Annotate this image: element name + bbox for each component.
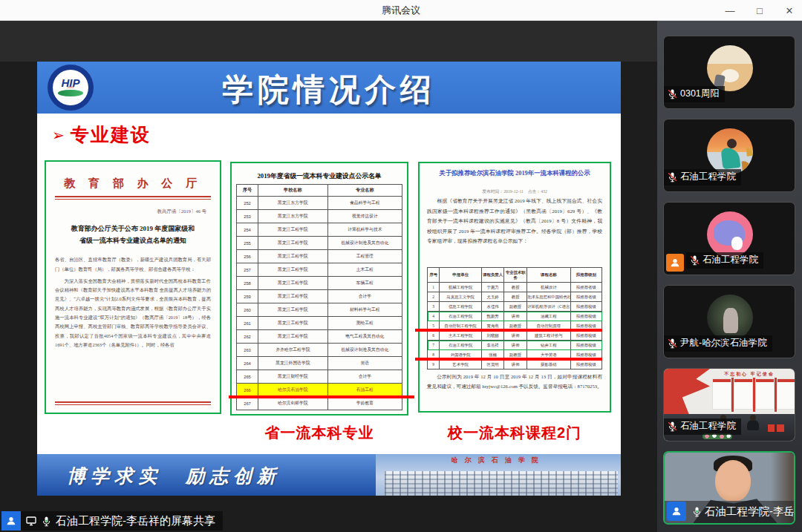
maximize-button[interactable]: □ [753,5,766,16]
red-underline-annotation [229,395,414,398]
presentation-slide: HIP 2003 学院情况介绍 ➢ 专业建设 教 育 部 办 公 厅 教高厅函〔… [37,62,621,496]
table-row: 253黑龙江东方学院视觉传达设计 [237,210,402,223]
participant-tile-active-speaker[interactable]: 石油工程学院-李岳祥 [663,451,795,525]
red-underline-annotation [415,358,602,361]
participant-name: 尹航-哈尔滨石油学院 [680,337,767,349]
seated-person [747,420,759,430]
screen-share-icon [25,515,37,527]
table-row: 267哈尔滨剑桥学院学前教育 [237,397,402,410]
document-title: 教育部办公厅关于公布 2019 年度国家级和 省级一流本科专业建设点名单的通知 [55,223,211,246]
caption-province-major: 省一流本科专业 [223,423,416,443]
room-wall-slogan: 不忘初心 牢记使命 [707,371,792,378]
table-row: 255黑龙江工程学院机械设计制造及其自动化 [237,237,402,250]
table-flags [768,424,784,432]
table-row: 265黑龙江财经学院会计学 [237,370,402,384]
close-button[interactable]: ✕ [783,5,796,16]
slide-title: 学院情况介绍 [37,69,621,111]
letterhead-rule-bottom [55,401,211,405]
participant-tile[interactable]: 尹航-哈尔滨石油学院 [663,285,795,358]
caption-school-courses: 校一流本科课程2门 [412,423,617,443]
stage-top-strip [0,21,657,62]
campus-photo: 哈尔滨石油学院 [376,454,621,496]
table-row: 263齐齐哈尔工程学院机械设计制造及其自动化 [237,344,402,357]
document-number: 教高厅函〔2019〕46 号 [55,208,211,215]
participant-tile[interactable]: 不忘初心 牢记使命 石油工程学院 [663,368,795,441]
column-header: 序号 [428,268,440,283]
table-row: 259黑龙江工程学院会计学 [237,290,402,303]
table-row: 266哈尔滨石油学院石油工程 [237,384,402,397]
participant-tile[interactable]: 石油工程学院 [663,202,795,275]
window-title: 腾讯会议 [0,4,802,17]
participant-name: 石油工程学院 [680,171,736,183]
school-motto: 博学求实 励志创新 [67,464,281,488]
column-header: 学校名称 [258,185,327,197]
avatar [707,45,753,91]
province-list-table: 序号学校名称专业名称252黑龙江东方学院食品科学与工程253黑龙江东方学院视觉传… [236,184,402,410]
table-row: 260黑龙江工程学院材料科学与工程 [237,303,402,317]
table-row: 258黑龙江工程学院车辆工程 [237,277,402,290]
table-row: 254黑龙江工程学院计算机科学与技术 [237,223,402,237]
announcement-body: 根据《省教育厅关于开展黑龙江省 2019 年线下、线上线下混合式、社会实践国家级… [427,196,602,267]
announcement-title: 关于拟推荐哈尔滨石油学院 2019年一流本科课程的公示 [427,169,602,188]
campus-building-sign: 哈尔滨石油学院 [376,456,621,465]
participant-tile[interactable]: 石油工程学院 [663,119,795,192]
table-row: 2马克思主义学院尤玉婷教授毛泽东思想和中国特色社会主义拟推荐省级 [428,292,602,302]
party-banner-graphic [664,369,710,415]
screen-share-banner[interactable]: 石油工程学院-李岳祥的屏幕共享 [1,511,223,531]
table-row: 264黑龙江外国语学院英语 [237,357,402,370]
column-header: 专业名称 [327,185,402,197]
mic-muted-icon [667,88,678,99]
mic-on-icon [41,516,52,527]
mic-muted-icon [667,338,678,349]
section-heading-label: 专业建设 [71,122,151,147]
section-heading: ➢ 专业建设 [52,122,151,147]
participant-name: 0301周阳 [680,88,720,100]
column-header: 拟推荐级别 [570,268,602,283]
letterhead: 教 育 部 办 公 厅 [55,177,211,191]
person-icon [669,257,681,269]
column-header: 课程名称 [526,268,570,283]
announcement-footer: 公示时间为 2019 年 12 月 10 日至 2019 年 12 月 13 日… [427,372,602,391]
person-icon [5,515,17,527]
screen-share-stage: HIP 2003 学院情况介绍 ➢ 专业建设 教 育 部 办 公 厅 教高厅函〔… [0,21,657,532]
column-header: 申报单位 [440,268,481,283]
mic-muted-icon [667,171,678,183]
column-header: 专业技术职务 [504,268,527,283]
course-table: 序号申报单位课程负责人专业技术职务课程名称拟推荐级别1机械工程学院于惠力教授机械… [427,267,602,370]
announcement-meta: 发布时间：2019-12-11 点击：432 [427,188,602,196]
table-row: 4石油工程学院甄新芳讲师油藏工程拟推荐校级 [428,312,602,321]
mic-muted-icon [667,421,678,432]
arrow-bullet-icon: ➢ [52,126,65,144]
participant-name: 石油工程学院 [680,420,736,433]
participant-name: 石油工程学院-李岳祥 [705,505,795,519]
presenter-badge [1,511,21,531]
participants-sidebar: 0301周阳 石油工程学院 石油工程学院 [657,21,802,532]
slide-footer-band: 博学求实 励志创新 哈尔滨石油学院 [37,454,621,496]
table-row: 257黑龙江工程学院土木工程 [237,263,402,277]
participant-tile[interactable]: 0301周阳 [663,36,795,109]
table-row: 7石油工程学院李岳祥讲师钻井工程拟推荐校级 [428,341,602,350]
table-row: 6土木工程学院刘晓丽讲师建筑工程计价与拟推荐校级 [428,331,602,341]
participant-name: 石油工程学院 [702,254,758,266]
letterhead-rule [55,196,211,200]
screen-share-label: 石油工程学院-李岳祥的屏幕共享 [56,514,215,528]
table-row: 256黑龙江工程学院工程管理 [237,250,402,263]
slide-header-band: HIP 2003 学院情况介绍 [37,62,621,114]
ministry-notice-document: 教 育 部 办 公 厅 教高厅函〔2019〕46 号 教育部办公厅关于公布 20… [45,160,221,414]
minimize-button[interactable]: — [723,5,737,16]
table-row: 9艺术学院区昊明讲师摄影基础拟推荐校级 [428,360,602,370]
column-header: 序号 [237,185,258,197]
member-badge [667,502,686,521]
table-row: 262黑龙江工程学院电气工程及其自动化 [237,330,402,344]
avatar [707,128,753,174]
avatar [707,211,753,257]
mic-on-icon [691,506,702,517]
avatar [707,295,753,341]
member-badge [666,254,684,272]
campus-building [385,471,618,496]
course-announcement-document: 关于拟推荐哈尔滨石油学院 2019年一流本科课程的公示 发布时间：2019-12… [418,162,611,413]
person-icon [671,505,682,517]
province-list-document: 2019年度省级一流本科专业建设点公示名单 序号学校名称专业名称252黑龙江东方… [230,162,408,416]
column-header: 课程负责人 [481,268,504,283]
window-titlebar: 腾讯会议 — □ ✕ [0,0,802,21]
